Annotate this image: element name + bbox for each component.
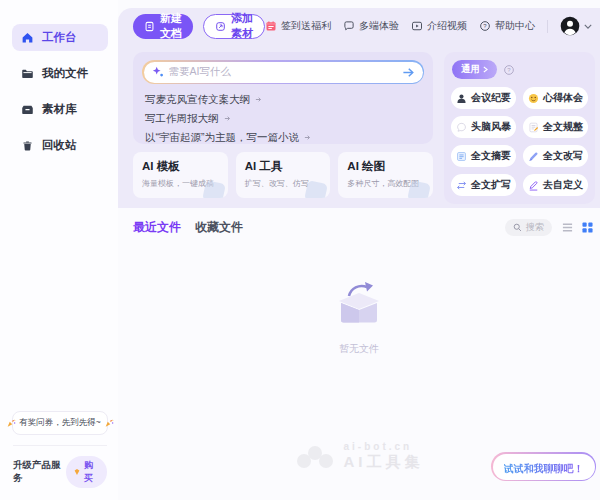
chat-bubble-icon — [343, 20, 355, 32]
category-label: 通用 — [461, 63, 480, 76]
sidebar-item-label: 我的文件 — [42, 66, 88, 81]
menu-label: 签到送福利 — [281, 19, 331, 33]
menu-item-multi-device[interactable]: 多端体验 — [343, 19, 399, 33]
suggestion-item[interactable]: 写麦克风宣传文案大纲 — [145, 90, 421, 109]
custom-pencil-icon — [528, 180, 539, 191]
action-label: 会议纪要 — [471, 91, 511, 105]
upgrade-label: 升级产品服务 — [13, 459, 66, 485]
menu-label: 介绍视频 — [427, 19, 467, 33]
chat-label: 试试和我聊聊吧！ — [504, 463, 584, 474]
suggestion-text: 以“宇宙起源”为主题，写一篇小说 — [145, 131, 299, 145]
feature-cards: AI 模板 海量模板，一键成稿 AI 工具 扩写、改写、仿写 AI 绘图 多种尺… — [133, 152, 433, 198]
meeting-icon — [456, 93, 467, 104]
sparkle-icon — [152, 66, 164, 78]
ai-composer-card: 需要AI写什么 写麦克风宣传文案大纲 写工作周报大纲 以“宇宙起源”为主题，写一… — [133, 52, 433, 144]
arrow-right-icon — [224, 115, 231, 122]
trash-icon — [21, 139, 34, 152]
card-title: AI 工具 — [245, 159, 322, 174]
empty-text: 暂无文件 — [339, 342, 379, 356]
action-brainstorm[interactable]: 头脑风暴 — [451, 116, 516, 138]
menu-label: 多端体验 — [359, 19, 399, 33]
sidebar-item-library[interactable]: 素材库 — [12, 96, 108, 123]
gem-icon — [73, 468, 81, 476]
promo-banner[interactable]: 有奖问券，先到先得~ — [12, 411, 108, 435]
action-reflections[interactable]: 心得体会 — [523, 87, 588, 109]
sidebar-item-workspace[interactable]: 工作台 — [12, 24, 108, 51]
files-header: 最近文件 收藏文件 搜索 — [133, 219, 593, 236]
card-title: AI 绘图 — [347, 159, 424, 174]
brainstorm-icon — [456, 122, 467, 133]
suggestion-item[interactable]: 以“宇宙起源”为主题，写一篇小说 — [145, 128, 421, 147]
quick-actions-panel: 通用 ? 会议纪要 心得体会 头脑风暴 全文规整 — [444, 52, 595, 204]
suggestion-item[interactable]: 写工作周报大纲 — [145, 109, 421, 128]
add-material-icon — [215, 21, 226, 32]
folder-icon — [21, 67, 34, 80]
video-icon — [411, 20, 423, 32]
action-customize[interactable]: 去自定义 — [523, 174, 588, 196]
topbar: 新建文档 添加素材 签到送福利 多端体验 介绍视频 ? 帮助中心 — [133, 13, 592, 39]
smiley-icon — [528, 93, 539, 104]
sidebar-item-label: 素材库 — [42, 102, 77, 117]
category-pill[interactable]: 通用 — [452, 60, 497, 79]
tidy-icon — [528, 122, 539, 133]
tab-favorite-files[interactable]: 收藏文件 — [195, 219, 243, 236]
action-full-text-rewrite[interactable]: 全文改写 — [523, 145, 588, 167]
action-label: 全文规整 — [543, 120, 583, 134]
new-document-label: 新建文档 — [160, 11, 182, 41]
sidebar-footer: 有奖问券，先到先得~ 升级产品服务 购买 — [12, 411, 108, 488]
watermark-title: AI工具集 — [344, 453, 424, 472]
chat-with-me-button[interactable]: 试试和我聊聊吧！ — [491, 452, 596, 481]
search-input[interactable]: 搜索 — [505, 219, 552, 236]
empty-state: 暂无文件 — [118, 276, 600, 356]
search-placeholder: 搜索 — [526, 221, 544, 234]
new-document-button[interactable]: 新建文档 — [133, 14, 193, 39]
menu-item-help-center[interactable]: ? 帮助中心 — [479, 19, 535, 33]
action-full-text-tidy[interactable]: 全文规整 — [523, 116, 588, 138]
promo-text: 有奖问券，先到先得~ — [19, 417, 100, 429]
list-view-icon[interactable] — [562, 222, 573, 233]
summary-icon — [456, 151, 467, 162]
add-material-button[interactable]: 添加素材 — [203, 14, 265, 39]
library-icon — [21, 103, 34, 116]
action-label: 去自定义 — [543, 178, 583, 192]
rewrite-icon — [528, 151, 539, 162]
upgrade-row: 升级产品服务 购买 — [12, 456, 108, 488]
action-label: 全文改写 — [543, 149, 583, 163]
menu-label: 帮助中心 — [495, 19, 535, 33]
ai-prompt-input[interactable]: 需要AI写什么 — [142, 60, 424, 84]
divider — [547, 20, 548, 33]
action-label: 全文扩写 — [471, 178, 511, 192]
action-full-text-summary[interactable]: 全文摘要 — [451, 145, 516, 167]
home-icon — [21, 31, 34, 44]
account-menu[interactable] — [560, 16, 592, 36]
quick-panel-header: 通用 ? — [452, 60, 588, 79]
grid-view-icon[interactable] — [582, 222, 593, 233]
card-ai-drawing[interactable]: AI 绘图 多种尺寸，高效配图 — [338, 152, 433, 198]
action-meeting-minutes[interactable]: 会议纪要 — [451, 87, 516, 109]
send-icon[interactable] — [402, 66, 415, 79]
empty-box-icon — [327, 276, 391, 330]
sidebar-item-trash[interactable]: 回收站 — [12, 132, 108, 159]
top-menu: 签到送福利 多端体验 介绍视频 ? 帮助中心 — [265, 16, 592, 36]
calendar-gift-icon — [265, 20, 277, 32]
tab-recent-files[interactable]: 最近文件 — [133, 219, 181, 236]
buy-button[interactable]: 购买 — [66, 456, 107, 488]
card-decor-icon — [304, 180, 328, 198]
svg-text:?: ? — [483, 23, 487, 29]
action-full-text-expand[interactable]: 全文扩写 — [451, 174, 516, 196]
sidebar-item-label: 回收站 — [42, 138, 77, 153]
watermark-logo-icon — [295, 444, 335, 470]
question-icon[interactable]: ? — [503, 64, 515, 76]
card-ai-templates[interactable]: AI 模板 海量模板，一键成稿 — [133, 152, 228, 198]
menu-item-intro-video[interactable]: 介绍视频 — [411, 19, 467, 33]
buy-label: 购买 — [84, 459, 100, 485]
watermark-url: ai-bot.cn — [344, 441, 424, 452]
action-label: 头脑风暴 — [471, 120, 511, 134]
sidebar-item-my-files[interactable]: 我的文件 — [12, 60, 108, 87]
help-icon: ? — [479, 20, 491, 32]
svg-text:?: ? — [507, 67, 511, 73]
card-ai-tools[interactable]: AI 工具 扩写、改写、仿写 — [236, 152, 331, 198]
menu-item-signin-rewards[interactable]: 签到送福利 — [265, 19, 331, 33]
card-decor-icon — [407, 180, 431, 198]
quick-actions-grid: 会议纪要 心得体会 头脑风暴 全文规整 全文摘要 全文改写 — [451, 87, 588, 196]
